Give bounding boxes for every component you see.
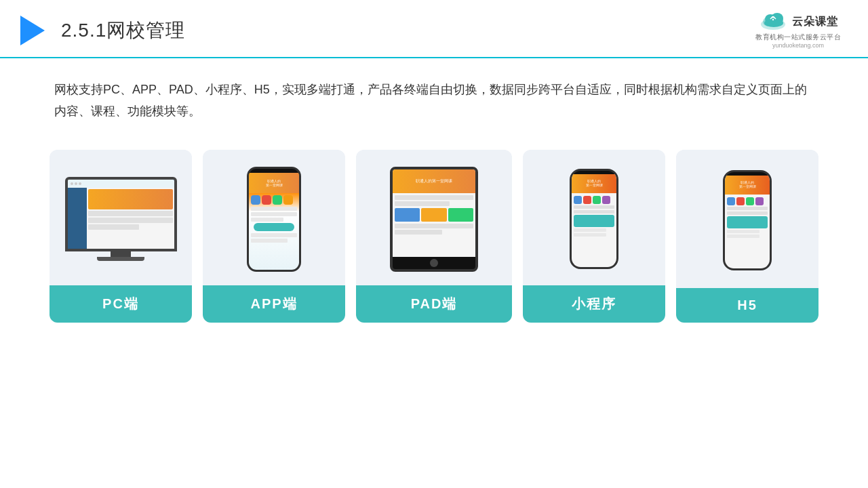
description-text: 网校支持PC、APP、PAD、小程序、H5，实现多端打通，产品各终端自由切换，数…	[0, 58, 868, 136]
card-pc-image	[50, 150, 192, 285]
phone-mockup-app: 职通人的第一堂网课	[247, 167, 301, 272]
pc-screen	[68, 180, 174, 249]
card-pc-label: PC端	[50, 285, 192, 323]
header-left: 2.5.1网校管理	[20, 16, 185, 45]
mini-screen-h5: 职通人的第一堂网课	[725, 176, 770, 268]
play-icon	[20, 16, 45, 45]
card-miniprogram[interactable]: 职通人的第一堂网课	[523, 150, 665, 323]
cards-container: PC端 职通人的第一堂网课	[0, 136, 868, 336]
card-h5-image: 职通人的第一堂网课	[676, 150, 818, 288]
page-title: 2.5.1网校管理	[61, 18, 185, 43]
card-miniprogram-image: 职通人的第一堂网课	[523, 150, 665, 285]
page-header: 2.5.1网校管理 云朵课堂 教育机构一站式服务云平台 yunduoketang…	[0, 0, 868, 58]
title-text: 网校管理	[106, 20, 185, 41]
card-pad[interactable]: 职通人的第一堂网课	[356, 150, 512, 323]
card-pad-label: PAD端	[356, 285, 512, 323]
logo-text: 云朵课堂	[792, 15, 838, 29]
card-app-label: APP端	[203, 285, 345, 323]
card-pc[interactable]: PC端	[50, 150, 192, 323]
svg-point-6	[772, 19, 774, 20]
svg-point-5	[764, 19, 783, 27]
card-h5-label: H5	[676, 288, 818, 323]
logo-tagline: 教育机构一站式服务云平台	[755, 33, 841, 42]
card-pad-image: 职通人的第一堂网课	[356, 150, 512, 285]
mini-phone-mockup-h5: 职通人的第一堂网课	[723, 170, 772, 270]
mini-phone-mockup-mp: 职通人的第一堂网课	[570, 169, 618, 269]
logo-area: 云朵课堂 教育机构一站式服务云平台 yunduoketang.com	[755, 12, 841, 49]
tablet-mockup: 职通人的第一堂网课	[390, 167, 478, 272]
title-number: 2.5.1	[61, 20, 106, 41]
mini-screen-mp: 职通人的第一堂网课	[572, 174, 616, 267]
pc-monitor	[65, 177, 177, 251]
cloud-logo-icon	[758, 12, 788, 31]
card-app-image: 职通人的第一堂网课	[203, 150, 345, 285]
card-app[interactable]: 职通人的第一堂网课	[203, 150, 345, 323]
logo-url: yunduoketang.com	[772, 42, 824, 49]
card-h5[interactable]: 职通人的第一堂网课	[676, 150, 818, 323]
tablet-screen: 职通人的第一堂网课	[393, 169, 475, 257]
logo-cloud: 云朵课堂	[758, 12, 838, 31]
phone-screen-app: 职通人的第一堂网课	[249, 173, 299, 270]
pc-mockup	[65, 177, 177, 261]
card-miniprogram-label: 小程序	[523, 285, 665, 323]
